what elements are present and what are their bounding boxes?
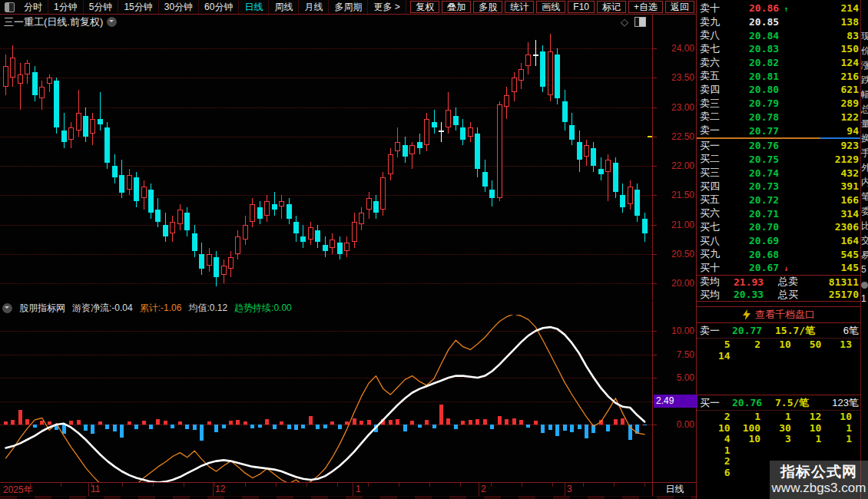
sell-level-row[interactable]: 卖八20.8483: [697, 28, 861, 42]
menu-item-更多 >[interactable]: 更多 >: [368, 0, 406, 14]
buy1-queue-row: 410311: [697, 433, 861, 444]
window-layout-icon[interactable]: [5, 2, 15, 12]
chevron-down-icon[interactable]: [107, 17, 117, 27]
deep-quote-button[interactable]: 查看千档盘口: [697, 306, 861, 323]
candle-body: [533, 55, 538, 56]
clipped-label: 外: [861, 160, 868, 175]
menu-item-30分钟[interactable]: 30分钟: [159, 0, 199, 14]
menu-item-60分钟[interactable]: 60分钟: [199, 0, 239, 14]
menu-button-多股[interactable]: 多股: [473, 1, 502, 13]
down-arrow-icon: ↓: [779, 264, 788, 273]
indicator-chart[interactable]: [0, 315, 652, 482]
candle-body: [32, 72, 38, 96]
candle-body: [352, 222, 357, 243]
buy-level-row[interactable]: 买七20.702306: [697, 220, 861, 234]
candle-body: [489, 190, 495, 199]
menu-button-返回[interactable]: 返回: [665, 1, 694, 13]
buy-level-row[interactable]: 买五20.72166: [697, 193, 861, 207]
clipped-label: 总: [861, 102, 868, 117]
level-price: 20.81: [731, 71, 810, 82]
candle-body: [235, 236, 240, 254]
level-label: 卖八: [700, 28, 731, 42]
top-menu-bar: 分时1分钟5分钟15分钟30分钟60分钟日线周线月线多周期更多 > 复权叠加多股…: [0, 0, 696, 15]
level-label: 卖五: [700, 69, 731, 83]
candle-body: [61, 131, 67, 142]
level-volume: 314: [810, 208, 859, 220]
sell-level-row[interactable]: 卖四20.80621: [697, 83, 861, 97]
candle-body: [424, 119, 429, 145]
indicator-value-0: 游资净流:-0.04: [72, 302, 133, 315]
sell1-detail: 卖一20.7715.7/笔6笔5210501314: [697, 323, 861, 361]
candle-body: [569, 125, 575, 140]
level-label: 卖十: [700, 2, 731, 15]
period-label[interactable]: 日线: [652, 482, 697, 497]
level-price: 20.72: [731, 194, 810, 206]
menu-button-标记[interactable]: 标记: [597, 1, 626, 13]
time-axis-label: 2025年: [3, 484, 33, 497]
candle-body: [127, 175, 132, 190]
time-axis-label: 1: [356, 484, 361, 494]
candle-body: [76, 113, 81, 131]
buy1-queue-row: 2111210: [697, 411, 861, 422]
menu-item-5分钟[interactable]: 5分钟: [84, 0, 119, 14]
crosshair-value-badge: 2.49: [654, 395, 697, 408]
chevron-down-icon[interactable]: [2, 303, 12, 313]
menu-item-周线[interactable]: 周线: [269, 0, 299, 14]
menu-button-统计[interactable]: 统计: [505, 1, 534, 13]
month-tick: [213, 483, 214, 496]
clipped-label: 5: [861, 263, 868, 277]
level-label: 卖九: [700, 15, 731, 29]
candle-body: [388, 154, 393, 175]
lightning-icon: [743, 309, 750, 320]
sell-level-row[interactable]: 卖一20.7794: [697, 124, 861, 137]
candle-body: [562, 101, 568, 122]
menu-item-多周期[interactable]: 多周期: [329, 0, 368, 14]
menu-item-月线[interactable]: 月线: [299, 0, 329, 14]
buy-level-row[interactable]: 买八20.69164: [697, 234, 861, 248]
sell-level-row[interactable]: 卖七20.83150: [697, 42, 861, 56]
candle-body: [613, 163, 618, 192]
sell-level-row[interactable]: 卖二20.78122: [697, 111, 861, 124]
menu-item-15分钟[interactable]: 15分钟: [118, 0, 158, 14]
sell-level-row[interactable]: 卖九20.85138: [697, 15, 861, 29]
level-price: 20.75: [731, 154, 810, 165]
watermark-site-name: 指标公式网: [780, 464, 857, 481]
candlestick-chart[interactable]: [0, 29, 652, 300]
buy-level-row[interactable]: 买三20.74432: [697, 166, 861, 180]
sell-level-row[interactable]: 卖三20.79289: [697, 97, 861, 111]
level-volume: 145: [810, 262, 859, 273]
menu-button-画线[interactable]: 画线: [536, 1, 565, 13]
time-axis-label: 12: [215, 484, 225, 494]
menu-button-复权[interactable]: 复权: [410, 1, 439, 13]
clipped-right-pane: 现价涨跌幅总量换手外内笔委比交易51: [860, 0, 868, 499]
indicator-axis-label: 0.00: [677, 419, 694, 430]
buy-level-row[interactable]: 买六20.71314: [697, 207, 861, 220]
month-tick: [88, 483, 89, 496]
menu-button-叠加[interactable]: 叠加: [442, 1, 471, 13]
clipped-icon: [861, 282, 868, 289]
menu-item-日线[interactable]: 日线: [239, 0, 269, 14]
buy-level-row[interactable]: 买四20.73391: [697, 180, 861, 193]
panel-split-icon[interactable]: [634, 17, 646, 27]
candle-body: [250, 204, 255, 222]
candle-body: [359, 213, 364, 224]
menu-item-分时[interactable]: 分时: [18, 0, 48, 14]
buy-level-row[interactable]: 买九20.68545: [697, 247, 861, 261]
candle-body: [323, 245, 328, 251]
menu-item-1分钟[interactable]: 1分钟: [48, 0, 84, 14]
sell-level-row[interactable]: 卖十20.86 ↑214: [697, 2, 861, 15]
menu-button-F10[interactable]: F10: [568, 1, 595, 13]
diamond-icon[interactable]: ◇: [621, 17, 628, 27]
buy-level-row[interactable]: 买二20.752129: [697, 153, 861, 167]
clipped-label: 价: [861, 44, 868, 58]
menu-button-+自选[interactable]: +自选: [628, 1, 663, 13]
clipped-label: 涨: [861, 58, 868, 73]
sell-level-row[interactable]: 卖五20.81216: [697, 69, 861, 83]
level-volume: 124: [810, 57, 859, 68]
sell-level-row[interactable]: 卖六20.82124: [697, 56, 861, 70]
level-label: 买六: [700, 207, 731, 220]
candle-body: [468, 127, 473, 137]
buy-level-row[interactable]: 买十20.67 ↓145: [697, 261, 861, 275]
buy-level-row[interactable]: 买一20.76923: [697, 139, 861, 153]
price-gridline: [0, 166, 652, 167]
